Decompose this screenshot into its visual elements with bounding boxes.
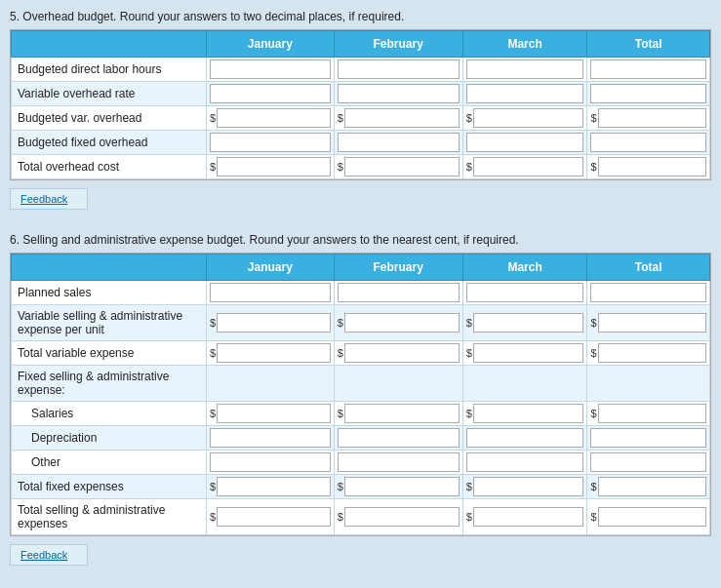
dollar-input[interactable]: [344, 313, 460, 333]
dollar-input[interactable]: [598, 477, 706, 496]
input-cell: [462, 131, 587, 155]
dollar-input[interactable]: [598, 343, 706, 363]
input-cell: $: [334, 155, 462, 179]
text-input[interactable]: [210, 133, 331, 152]
dollar-input[interactable]: [598, 108, 706, 128]
text-input[interactable]: [210, 84, 331, 103]
text-input[interactable]: [590, 452, 706, 472]
section6-table: January February March Total Planned sal…: [11, 254, 710, 535]
dollar-input[interactable]: [473, 343, 584, 363]
dollar-input[interactable]: [473, 507, 584, 527]
input-cell: [334, 58, 462, 82]
row-label: Fixed selling & administrative expense:: [12, 366, 207, 402]
input-cell: $: [587, 499, 710, 535]
text-input[interactable]: [466, 133, 584, 152]
text-input[interactable]: [590, 428, 706, 448]
dollar-sign: $: [466, 317, 472, 329]
dollar-input[interactable]: [473, 108, 584, 128]
input-cell: [587, 366, 710, 402]
dollar-input[interactable]: [344, 157, 460, 176]
dollar-input[interactable]: [473, 313, 584, 333]
text-input[interactable]: [466, 452, 584, 472]
text-input[interactable]: [466, 84, 584, 103]
input-cell: $: [587, 475, 710, 499]
dollar-sign: $: [338, 481, 343, 492]
input-cell: $: [207, 341, 335, 366]
section5-table: January February March Total Budgeted di…: [11, 30, 710, 179]
input-cell: $: [207, 155, 335, 179]
dollar-sign: $: [210, 408, 216, 419]
text-input[interactable]: [338, 133, 460, 152]
text-input[interactable]: [338, 452, 460, 472]
input-cell: $: [334, 475, 462, 499]
dollar-input[interactable]: [344, 404, 460, 423]
dollar-sign: $: [210, 481, 216, 492]
dollar-input[interactable]: [473, 477, 584, 496]
text-input[interactable]: [590, 283, 706, 302]
row-label: Total selling & administrative expenses: [12, 499, 207, 535]
input-cell: [462, 451, 587, 475]
text-input[interactable]: [210, 428, 331, 448]
input-cell: $: [334, 341, 462, 366]
dollar-sign: $: [338, 161, 343, 173]
dollar-input[interactable]: [217, 507, 331, 527]
dollar-input[interactable]: [217, 404, 331, 423]
section6-feedback[interactable]: Feedback: [10, 544, 88, 566]
text-input[interactable]: [338, 59, 460, 79]
text-input[interactable]: [590, 84, 706, 103]
input-cell: $: [334, 106, 462, 131]
dollar-sign: $: [590, 481, 596, 492]
dollar-sign: $: [466, 112, 472, 124]
input-cell: [334, 131, 462, 155]
text-input[interactable]: [590, 133, 706, 152]
text-input[interactable]: [338, 84, 460, 103]
row-label: Total variable expense: [12, 341, 207, 366]
dollar-input[interactable]: [344, 507, 460, 527]
dollar-input[interactable]: [473, 404, 584, 423]
dollar-input[interactable]: [344, 108, 460, 128]
dollar-input[interactable]: [217, 477, 331, 496]
dollar-input[interactable]: [598, 507, 706, 527]
section5-col-header-total: Total: [587, 31, 710, 58]
dollar-input[interactable]: [473, 157, 584, 176]
section5-feedback[interactable]: Feedback: [10, 188, 88, 210]
section6-col-header-total: Total: [587, 255, 710, 281]
dollar-input[interactable]: [217, 313, 331, 333]
row-label: Variable overhead rate: [12, 82, 207, 106]
section6-col-header-label: [12, 255, 207, 281]
dollar-sign: $: [590, 161, 596, 173]
input-cell: [207, 366, 335, 402]
text-input[interactable]: [590, 59, 706, 79]
dollar-input[interactable]: [344, 477, 460, 496]
dollar-input[interactable]: [217, 343, 331, 363]
dollar-input[interactable]: [598, 404, 706, 423]
text-input[interactable]: [466, 428, 584, 448]
text-input[interactable]: [338, 428, 460, 448]
dollar-input[interactable]: [217, 108, 331, 128]
input-cell: [207, 281, 335, 305]
text-input[interactable]: [338, 283, 460, 302]
input-cell: [587, 426, 710, 451]
section6-table-container: January February March Total Planned sal…: [10, 253, 711, 536]
input-cell: $: [207, 475, 335, 499]
input-cell: [207, 451, 335, 475]
input-cell: [334, 281, 462, 305]
text-input[interactable]: [210, 59, 331, 79]
dollar-input[interactable]: [598, 157, 706, 176]
input-cell: [587, 82, 710, 106]
input-cell: [207, 58, 335, 82]
dollar-sign: $: [590, 317, 596, 329]
dollar-input[interactable]: [217, 157, 331, 176]
text-input[interactable]: [466, 59, 584, 79]
text-input[interactable]: [466, 283, 584, 302]
input-cell: [334, 366, 462, 402]
input-cell: [207, 82, 335, 106]
text-input[interactable]: [210, 283, 331, 302]
input-cell: $: [462, 402, 587, 426]
dollar-input[interactable]: [598, 313, 706, 333]
dollar-sign: $: [338, 511, 343, 523]
input-cell: $: [462, 106, 587, 131]
text-input[interactable]: [210, 452, 331, 472]
input-cell: $: [462, 305, 587, 341]
dollar-input[interactable]: [344, 343, 460, 363]
